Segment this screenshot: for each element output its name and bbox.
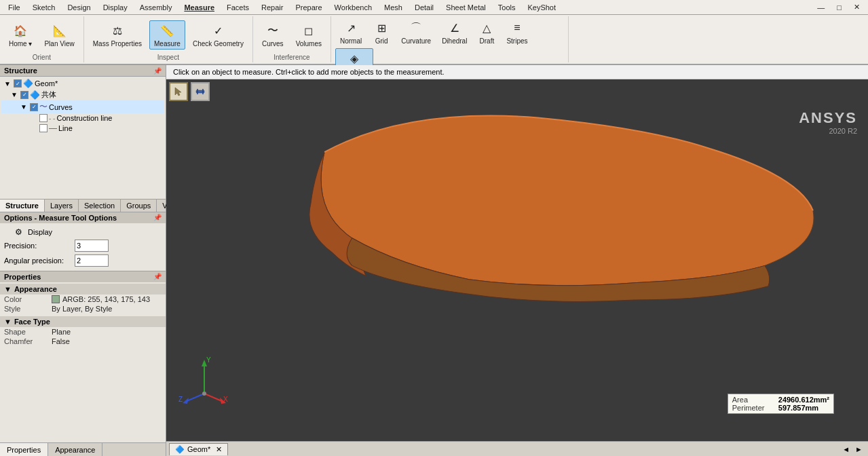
- ribbon-btn-curves[interactable]: 〜 Curves: [257, 20, 288, 50]
- prop-section-facetype: ▼ Face Type Shape Plane Chamfer False: [0, 315, 166, 347]
- geom-tab-close[interactable]: ✕: [216, 445, 222, 454]
- menu-item-display[interactable]: Display: [98, 2, 133, 13]
- measure-icon: 📏: [159, 22, 175, 39]
- window-maximize[interactable]: □: [831, 2, 847, 13]
- viewport[interactable]: Click on an object to measure. Ctrl+clic…: [166, 65, 868, 456]
- properties-pin[interactable]: 📌: [153, 273, 162, 281]
- menu-item-prepare[interactable]: Prepare: [290, 2, 327, 13]
- facetype-section-header[interactable]: ▼ Face Type: [0, 316, 166, 327]
- constline-label: Construction line: [56, 114, 112, 122]
- structure-tree[interactable]: ▼ ✓ 🔷 Geom* ▼ ✓ 🔷 共体 ▼ ✓ 〜 Curves: [0, 77, 166, 199]
- ribbon-btn-grid[interactable]: ⊞ Grid: [368, 18, 395, 47]
- tree-item-line[interactable]: — Line: [1, 123, 164, 134]
- part1-checkbox[interactable]: ✓: [20, 91, 29, 99]
- style-prop-label: Style: [4, 305, 52, 313]
- chamfer-prop-value: False: [52, 337, 70, 345]
- ribbon-btn-checkgeo[interactable]: ✓ Check Geometry: [188, 20, 248, 50]
- tab-layers[interactable]: Layers: [45, 200, 79, 212]
- tab-selection[interactable]: Selection: [79, 200, 121, 212]
- curvature-icon: ⌒: [408, 20, 424, 36]
- options-pin[interactable]: 📌: [153, 214, 162, 222]
- appearance-section-header[interactable]: ▼ Appearance: [0, 284, 166, 294]
- ribbon-btn-stripes[interactable]: ≡ Stripes: [502, 18, 532, 47]
- viewport-btn-measure-tool[interactable]: [191, 82, 210, 101]
- tree-item-curves[interactable]: ▼ ✓ 〜 Curves: [1, 100, 164, 113]
- grid-icon: ⊞: [373, 20, 390, 36]
- svg-marker-0: [175, 88, 181, 96]
- display-row: ⚙ Display: [4, 226, 162, 238]
- shape-prop-value: Plane: [52, 328, 71, 336]
- tab-structure[interactable]: Structure: [0, 200, 45, 212]
- menu-item-sketch[interactable]: Sketch: [27, 2, 61, 13]
- structure-tabs: Structure Layers Selection Groups Views: [0, 199, 166, 212]
- precision-label: Precision:: [4, 242, 72, 250]
- menu-item-mesh[interactable]: Mesh: [379, 2, 408, 13]
- tab-groups[interactable]: Groups: [121, 200, 157, 212]
- menu-item-workbench[interactable]: Workbench: [329, 2, 377, 13]
- window-minimize[interactable]: —: [812, 2, 830, 13]
- angular-precision-input[interactable]: [75, 254, 109, 267]
- appearance-expand-icon: ▼: [4, 285, 12, 293]
- tree-item-geom[interactable]: ▼ ✓ 🔷 Geom*: [1, 78, 164, 89]
- info-bar: Click on an object to measure. Ctrl+clic…: [166, 65, 868, 79]
- menu-item-facets[interactable]: Facets: [221, 2, 254, 13]
- tree-item-constline[interactable]: - - Construction line: [1, 113, 164, 123]
- menu-item-assembly[interactable]: Assembly: [134, 2, 178, 13]
- curves-label: Curves: [262, 40, 284, 48]
- viewport-tab-geom[interactable]: 🔷 Geom* ✕: [169, 443, 228, 455]
- checkgeo-label: Check Geometry: [193, 40, 244, 48]
- precision-input[interactable]: [75, 240, 109, 252]
- viewport-nav-next[interactable]: ►: [852, 445, 865, 453]
- options-header: Options - Measure Tool Options 📌: [0, 212, 166, 223]
- ribbon-btn-draft[interactable]: △ Draft: [473, 18, 500, 47]
- measure-box: Area 24960.612mm² Perimeter 597.857mm: [728, 394, 834, 414]
- ribbon-btn-dihedral[interactable]: ∠ Dihedral: [437, 18, 472, 47]
- chamfer-prop-label: Chamfer: [4, 337, 52, 345]
- grid-label: Grid: [375, 37, 388, 45]
- facetype-label: Face Type: [14, 318, 50, 326]
- ribbon-btn-home[interactable]: 🏠 Home ▾: [4, 20, 37, 50]
- geom-expand-icon[interactable]: ▼: [4, 80, 12, 88]
- ribbon-btn-planview[interactable]: 📐 Plan View: [39, 20, 79, 50]
- menu-item-tools[interactable]: Tools: [493, 2, 521, 13]
- properties-title: Properties: [4, 273, 41, 281]
- ribbon-btn-curvature[interactable]: ⌒ Curvature: [396, 18, 436, 47]
- geom-checkbox[interactable]: ✓: [14, 79, 22, 88]
- curves-expand-icon[interactable]: ▼: [20, 103, 29, 111]
- ribbon-btn-measure[interactable]: 📏 Measure: [149, 20, 185, 50]
- volumes-label: Volumes: [296, 40, 322, 48]
- menu-item-measure[interactable]: Measure: [178, 2, 220, 13]
- viewport-btn-select[interactable]: [169, 82, 188, 101]
- massprops-label: Mass Properties: [93, 40, 142, 48]
- window-close[interactable]: ✕: [848, 1, 865, 13]
- viewport-nav-prev[interactable]: ◄: [839, 445, 852, 453]
- part1-expand-icon[interactable]: ▼: [11, 91, 19, 98]
- menu-item-sheetmetal[interactable]: Sheet Metal: [440, 2, 491, 13]
- menu-item-repair[interactable]: Repair: [256, 2, 288, 13]
- menu-item-keyshot[interactable]: KeyShot: [522, 2, 561, 13]
- area-label: Area: [732, 396, 773, 404]
- ribbon-btn-normal[interactable]: ↗ Normal: [335, 18, 366, 47]
- line-label: Line: [58, 124, 73, 132]
- menu-item-design[interactable]: Design: [62, 2, 96, 13]
- ribbon-btn-volumes[interactable]: ◻ Volumes: [291, 20, 326, 50]
- curves-checkbox[interactable]: ✓: [30, 103, 38, 111]
- dihedral-icon: ∠: [447, 20, 463, 36]
- constline-checkbox[interactable]: [39, 114, 48, 122]
- structure-pin[interactable]: 📌: [153, 67, 162, 75]
- draft-icon: △: [478, 20, 495, 36]
- properties-header: Properties 📌: [0, 271, 166, 282]
- area-row: Area 24960.612mm²: [732, 396, 829, 404]
- properties-panel: Properties 📌 ▼ Appearance Color ARGB: 25…: [0, 271, 166, 442]
- menu-item-file[interactable]: File: [3, 2, 26, 13]
- ribbon-btn-massprops[interactable]: ⚖ Mass Properties: [88, 20, 147, 50]
- bottom-tab-appearance[interactable]: Appearance: [48, 443, 102, 456]
- tree-item-part1[interactable]: ▼ ✓ 🔷 共体: [1, 89, 164, 100]
- line-checkbox[interactable]: [39, 124, 48, 132]
- viewport-canvas[interactable]: ANSYS 2020 R2 Y: [166, 104, 868, 441]
- inspect-group-label: Inspect: [157, 52, 179, 61]
- options-panel: Options - Measure Tool Options 📌 ⚙ Displ…: [0, 212, 166, 271]
- bottom-tab-properties[interactable]: Properties: [0, 443, 48, 456]
- menu-item-detail[interactable]: Detail: [409, 2, 439, 13]
- viewport-3d-shape: Y X Z: [166, 104, 868, 441]
